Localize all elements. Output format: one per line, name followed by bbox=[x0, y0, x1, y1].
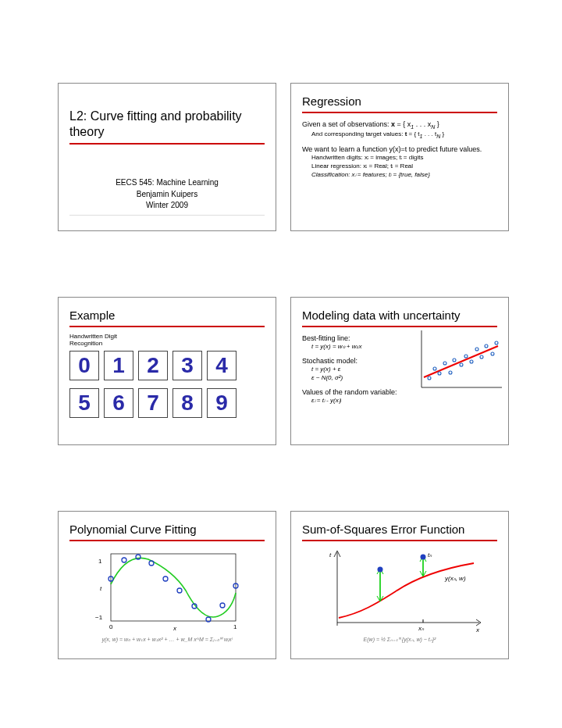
svg-point-4 bbox=[433, 367, 436, 370]
digits-caption: Handwritten Digit Recognition bbox=[69, 334, 140, 348]
bullet-3: Classification: xᵢ = features; tᵢ = {tru… bbox=[311, 171, 497, 180]
svg-point-13 bbox=[480, 355, 483, 359]
svg-line-2 bbox=[424, 346, 498, 377]
xlabel: x bbox=[173, 625, 177, 632]
digit-cell: 7 bbox=[138, 388, 168, 418]
svg-point-26 bbox=[220, 603, 225, 608]
course-block: EECS 545: Machine Learning Benjamin Kuip… bbox=[69, 151, 265, 216]
slide-4: Modeling data with uncertainty Best-fitt… bbox=[290, 297, 509, 445]
target-line: And corresponding target values: t = { t… bbox=[311, 130, 497, 140]
slide-title: Example bbox=[69, 309, 265, 327]
xtick-0: 0 bbox=[109, 623, 113, 630]
svg-point-15 bbox=[491, 352, 494, 355]
ytick-m1: −1 bbox=[95, 614, 103, 621]
slide-deck-page: L2: Curve fitting and probability theory… bbox=[0, 0, 562, 728]
slide-body: Best-fitting line: t = y(x) = w₀ + w₁x S… bbox=[302, 334, 411, 405]
svg-point-21 bbox=[149, 561, 154, 566]
slide-5: Polynomial Curve Fitting 1 t −1 0 x 1 y(… bbox=[58, 511, 276, 659]
digit-cell: 0 bbox=[69, 351, 99, 380]
slide-1: L2: Curve fitting and probability theory… bbox=[58, 83, 276, 231]
digit-cell: 6 bbox=[104, 388, 133, 418]
ylabel: t bbox=[100, 585, 102, 592]
digit-cell: 5 bbox=[69, 388, 99, 418]
svg-point-11 bbox=[470, 360, 473, 363]
svg-point-5 bbox=[438, 372, 441, 375]
svg-point-6 bbox=[443, 362, 446, 365]
svg-point-14 bbox=[485, 344, 488, 348]
digit-cell: 8 bbox=[173, 388, 202, 418]
digit-cell: 3 bbox=[173, 351, 202, 380]
predict-line: We want to learn a function y(x)=t to pr… bbox=[302, 145, 497, 154]
stoch-eq-a: t = y(x) + ε bbox=[311, 366, 411, 374]
svg-point-23 bbox=[177, 588, 182, 593]
digit-cell: 2 bbox=[138, 351, 168, 380]
rv-eq: εᵢ = tᵢ - y(xᵢ) bbox=[311, 397, 411, 405]
sse-equation: E(w) = ½ Σₙ₌₁ᴺ {y(xₙ, w) − tₙ}² bbox=[302, 637, 497, 643]
digit-row-1: 0 1 2 3 4 bbox=[69, 351, 265, 380]
label-xn: xₙ bbox=[418, 625, 425, 632]
svg-point-9 bbox=[460, 363, 463, 366]
svg-point-16 bbox=[495, 341, 498, 344]
svg-point-31 bbox=[378, 567, 383, 573]
digit-cell: 4 bbox=[207, 351, 237, 380]
slide-title: Polynomial Curve Fitting bbox=[69, 523, 265, 541]
xtick-1: 1 bbox=[233, 623, 237, 630]
scatter-line-chart bbox=[418, 329, 503, 391]
digit-cell: 1 bbox=[104, 351, 133, 380]
slide-2: Regression Given a set of observations: … bbox=[290, 83, 509, 231]
digit-cell: 9 bbox=[207, 388, 237, 418]
poly-equation: y(x, w) = w₀ + w₁x + w₂x² + … + w_M x^M … bbox=[69, 637, 265, 643]
svg-point-22 bbox=[163, 576, 168, 581]
svg-point-3 bbox=[428, 376, 431, 380]
label-tn: tₙ bbox=[428, 551, 432, 558]
digit-row-2: 5 6 7 8 9 bbox=[69, 388, 265, 418]
ytick-1: 1 bbox=[98, 558, 102, 565]
course-code: EECS 545: Machine Learning bbox=[69, 177, 265, 189]
svg-point-33 bbox=[421, 555, 426, 560]
course-author: Benjamin Kuipers bbox=[69, 189, 265, 201]
best-fit-label: Best-fitting line: bbox=[302, 334, 411, 343]
sse-chart: t x tₙ y(xₙ, w) xₙ bbox=[314, 548, 486, 633]
stoch-label: Stochastic model: bbox=[302, 356, 411, 366]
svg-rect-17 bbox=[111, 554, 236, 621]
svg-point-10 bbox=[464, 355, 468, 358]
stoch-eq-b: ε ~ N(0, σ²) bbox=[311, 374, 411, 383]
slide-body: Given a set of observations: x = { x1 . … bbox=[302, 120, 497, 180]
ylabel: t bbox=[329, 551, 332, 558]
xlabel: x bbox=[475, 626, 480, 633]
course-term: Winter 2009 bbox=[69, 200, 265, 212]
slide-3: Example Handwritten Digit Recognition 0 … bbox=[58, 297, 276, 445]
label-y: y(xₙ, w) bbox=[444, 575, 466, 582]
svg-point-7 bbox=[449, 371, 452, 374]
rv-label: Values of the random variable: bbox=[302, 387, 411, 397]
slide-title: L2: Curve fitting and probability theory bbox=[69, 95, 265, 145]
best-fit-eq: t = y(x) = w₀ + w₁x bbox=[311, 343, 411, 352]
slide-title: Regression bbox=[302, 95, 497, 113]
slide-6: Sum-of-Squares Error Function t x tₙ y(x… bbox=[290, 511, 509, 659]
svg-point-12 bbox=[475, 348, 478, 351]
svg-point-19 bbox=[122, 558, 126, 562]
svg-point-8 bbox=[453, 359, 456, 362]
bullet-2: Linear regression: xᵢ = Real; tᵢ = Real bbox=[311, 162, 497, 171]
bullet-1: Handwritten digits: xᵢ = images; tᵢ = di… bbox=[311, 154, 497, 162]
slide-title: Modeling data with uncertainty bbox=[302, 309, 497, 327]
obs-line: Given a set of observations: x = { x1 . … bbox=[302, 120, 497, 130]
slide-title: Sum-of-Squares Error Function bbox=[302, 523, 497, 541]
sine-fit-chart: 1 t −1 0 x 1 bbox=[81, 548, 253, 633]
